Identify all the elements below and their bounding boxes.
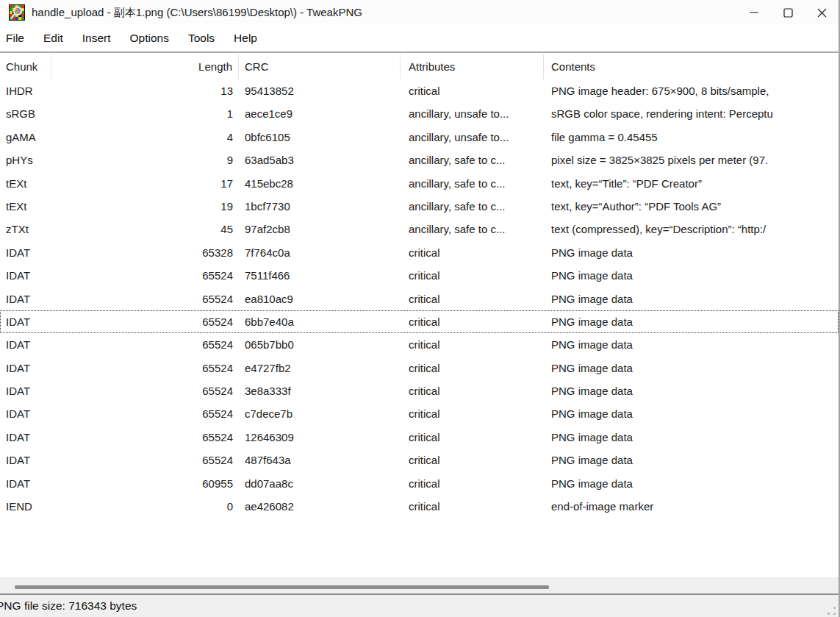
window-controls <box>737 0 839 25</box>
table-row[interactable]: tEXt17415ebc28ancillary, safe to c...tex… <box>0 172 839 195</box>
column-header-length[interactable]: Length <box>51 54 239 79</box>
table-row[interactable]: zTXt4597af2cb8ancillary, safe to c...tex… <box>0 218 839 240</box>
table-row[interactable]: IDAT6552412646309criticalPNG image data <box>0 426 839 449</box>
table-row[interactable]: IDAT655243e8a333fcriticalPNG image data <box>0 379 839 402</box>
cell-chunk: sRGB <box>0 102 51 125</box>
cell-crc: 415ebc28 <box>239 172 401 195</box>
cell-chunk: IDAT <box>0 288 51 310</box>
cell-chunk: IDAT <box>0 426 51 449</box>
resize-grip-icon[interactable] <box>825 604 836 615</box>
table-row[interactable]: sRGB1aece1ce9ancillary, unsafe to...sRGB… <box>0 102 839 125</box>
cell-attributes: ancillary, safe to c... <box>401 195 544 218</box>
cell-length: 9 <box>51 149 239 171</box>
column-header-crc[interactable]: CRC <box>239 54 401 79</box>
table-row[interactable]: IEND0ae426082criticalend-of-image marker <box>0 495 839 518</box>
cell-crc: 6bb7e40a <box>239 310 401 333</box>
horizontal-scrollbar-thumb[interactable] <box>15 585 549 589</box>
cell-crc: 12646309 <box>239 426 401 449</box>
menu-bar: File Edit Insert Options Tools Help <box>0 25 839 53</box>
cell-crc: dd07aa8c <box>239 472 401 495</box>
table-row[interactable]: IDAT65524c7dece7bcriticalPNG image data <box>0 402 839 425</box>
menu-file[interactable]: File <box>0 25 34 51</box>
cell-attributes: critical <box>401 472 544 495</box>
cell-length: 65328 <box>51 241 239 264</box>
cell-chunk: IDAT <box>0 333 51 356</box>
cell-attributes: ancillary, unsafe to... <box>401 126 544 149</box>
cell-attributes: critical <box>401 379 544 402</box>
title-bar[interactable]: handle_upload - 副本1.png (C:\Users\86199\… <box>0 0 839 25</box>
table-row[interactable]: IDAT653287f764c0acriticalPNG image data <box>0 241 839 264</box>
cell-chunk: IEND <box>0 495 51 518</box>
status-text: PNG file size: 716343 bytes <box>0 599 137 613</box>
cell-contents: PNG image data <box>544 264 839 287</box>
column-header-contents[interactable]: Contents <box>544 54 839 79</box>
cell-chunk: tEXt <box>0 172 51 195</box>
cell-crc: aece1ce9 <box>239 102 401 125</box>
chunk-list: Chunk Length CRC Attributes Contents IHD… <box>0 54 839 577</box>
app-icon <box>9 4 25 21</box>
cell-length: 65524 <box>51 379 239 402</box>
cell-crc: 3e8a333f <box>239 379 401 402</box>
window-title: handle_upload - 副本1.png (C:\Users\86199\… <box>32 6 362 20</box>
cell-contents: text, key=“Title”: “PDF Creator” <box>544 172 839 195</box>
column-header-chunk[interactable]: Chunk <box>0 54 51 79</box>
cell-contents: PNG image data <box>544 472 839 495</box>
cell-crc: ea810ac9 <box>239 288 401 310</box>
table-row[interactable]: tEXt191bcf7730ancillary, safe to c...tex… <box>0 195 839 218</box>
maximize-icon <box>783 8 793 18</box>
cell-attributes: critical <box>401 264 544 287</box>
cell-contents: text, key=“Author”: “PDF Tools AG” <box>544 195 839 218</box>
minimize-icon <box>750 8 758 17</box>
cell-attributes: ancillary, safe to c... <box>401 218 544 240</box>
minimize-button[interactable] <box>737 0 771 25</box>
cell-crc: ae426082 <box>239 495 401 518</box>
horizontal-scrollbar[interactable] <box>0 577 839 595</box>
cell-chunk: IDAT <box>0 472 51 495</box>
table-row[interactable]: IDAT65524ea810ac9criticalPNG image data <box>0 288 839 310</box>
cell-length: 60955 <box>51 472 239 495</box>
tweakpng-window: handle_upload - 副本1.png (C:\Users\86199\… <box>0 0 840 617</box>
cell-contents: text (compressed), key=“Description”: “h… <box>544 218 839 240</box>
cell-attributes: critical <box>401 402 544 425</box>
table-row[interactable]: IDAT65524487f643acriticalPNG image data <box>0 449 839 471</box>
close-icon <box>817 8 827 18</box>
cell-attributes: critical <box>401 310 544 333</box>
cell-crc: 97af2cb8 <box>239 218 401 240</box>
menu-insert[interactable]: Insert <box>73 25 121 51</box>
cell-chunk: tEXt <box>0 195 51 218</box>
table-row[interactable]: IHDR1395413852criticalPNG image header: … <box>0 79 839 102</box>
table-row[interactable]: gAMA40bfc6105ancillary, unsafe to...file… <box>0 126 839 149</box>
cell-contents: sRGB color space, rendering intent: Perc… <box>544 102 839 125</box>
cell-crc: c7dece7b <box>239 402 401 425</box>
cell-contents: pixel size = 3825×3825 pixels per meter … <box>544 149 839 171</box>
cell-attributes: ancillary, safe to c... <box>401 172 544 195</box>
cell-chunk: IHDR <box>0 79 51 102</box>
table-row[interactable]: IDAT655246bb7e40acriticalPNG image data <box>0 310 839 333</box>
cell-chunk: IDAT <box>0 449 51 471</box>
menu-options[interactable]: Options <box>120 25 178 51</box>
cell-chunk: zTXt <box>0 218 51 240</box>
table-row[interactable]: pHYs963ad5ab3ancillary, safe to c...pixe… <box>0 149 839 171</box>
column-header-row: Chunk Length CRC Attributes Contents <box>0 54 839 79</box>
menu-edit[interactable]: Edit <box>34 25 73 51</box>
menu-tools[interactable]: Tools <box>179 25 224 51</box>
table-row[interactable]: IDAT60955dd07aa8ccriticalPNG image data <box>0 472 839 495</box>
table-row[interactable]: IDAT655247511f466criticalPNG image data <box>0 264 839 287</box>
cell-chunk: gAMA <box>0 126 51 149</box>
column-header-attributes[interactable]: Attributes <box>401 54 544 79</box>
cell-crc: 63ad5ab3 <box>239 149 401 171</box>
table-row[interactable]: IDAT65524065b7bb0criticalPNG image data <box>0 333 839 356</box>
close-button[interactable] <box>805 0 839 25</box>
table-row[interactable]: IDAT65524e4727fb2criticalPNG image data <box>0 357 839 379</box>
cell-attributes: ancillary, unsafe to... <box>401 102 544 125</box>
cell-length: 65524 <box>51 426 239 449</box>
menu-help[interactable]: Help <box>224 25 267 51</box>
cell-crc: e4727fb2 <box>239 357 401 379</box>
maximize-button[interactable] <box>771 0 805 25</box>
cell-length: 65524 <box>51 264 239 287</box>
cell-crc: 1bcf7730 <box>239 195 401 218</box>
cell-attributes: critical <box>401 241 544 264</box>
cell-contents: PNG image header: 675×900, 8 bits/sample… <box>544 79 839 102</box>
cell-length: 65524 <box>51 449 239 471</box>
cell-contents: PNG image data <box>544 402 839 425</box>
